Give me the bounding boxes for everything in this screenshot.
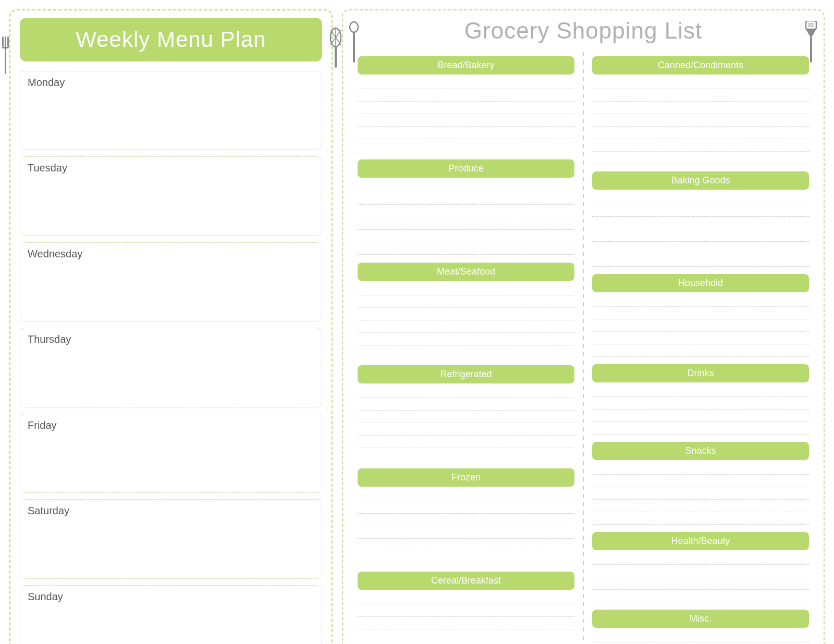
lines-health — [592, 553, 809, 603]
category-misc: Misc. — [592, 610, 809, 628]
grocery-line — [358, 78, 574, 89]
grocery-line — [358, 527, 574, 539]
svg-rect-2 — [7, 36, 9, 47]
svg-rect-5 — [335, 46, 337, 68]
grocery-line — [358, 618, 574, 629]
grocery-line — [592, 230, 809, 242]
grocery-line — [592, 193, 809, 204]
grocery-line — [358, 593, 574, 604]
day-label-wednesday: Wednesday — [28, 248, 82, 259]
lines-baking — [592, 193, 809, 268]
grocery-line — [358, 424, 574, 436]
grocery-line — [358, 387, 574, 398]
category-refrigerated: Refrigerated — [358, 365, 574, 383]
lines-drinks — [592, 386, 809, 436]
grocery-line — [592, 90, 809, 102]
grocery-line — [358, 115, 574, 127]
category-baking: Baking Goods — [592, 171, 809, 190]
menu-header: Weekly Menu Plan — [20, 18, 322, 61]
day-box-saturday: Saturday — [20, 499, 322, 578]
grocery-line — [592, 423, 809, 435]
grocery-line — [358, 284, 574, 295]
day-box-sunday: Sunday — [20, 585, 322, 644]
lines-canned — [592, 78, 809, 165]
day-label-friday: Friday — [28, 419, 57, 431]
day-box-monday: Monday — [20, 71, 322, 150]
category-cereal: Cereal/Breakfast — [358, 572, 574, 590]
lines-bread — [358, 78, 574, 153]
grocery-line — [592, 78, 809, 89]
grocery-line — [358, 502, 574, 514]
menu-plan-title: Weekly Menu Plan — [76, 27, 266, 52]
left-panel: Weekly Menu Plan Monday Tuesday Wednesda… — [9, 9, 333, 644]
whisk-icon-right — [328, 26, 343, 70]
grocery-line — [358, 309, 574, 320]
grocery-col-right: Canned/Condiments Baking Goods — [587, 52, 814, 644]
category-meat-seafood: Meat/Seafood — [358, 263, 574, 281]
grocery-line — [592, 398, 809, 410]
day-label-tuesday: Tuesday — [28, 162, 67, 174]
grocery-line — [358, 490, 574, 501]
grocery-line — [592, 463, 809, 475]
grocery-line — [358, 206, 574, 217]
grocery-line — [592, 386, 809, 397]
grocery-line — [592, 578, 809, 590]
day-box-friday: Friday — [20, 414, 322, 493]
grocery-line — [358, 334, 574, 345]
grocery-line — [592, 476, 809, 487]
grocery-line — [592, 488, 809, 500]
category-drinks: Drinks — [592, 364, 809, 382]
svg-rect-0 — [5, 36, 6, 52]
right-panel: Grocery Shopping List Bread/Bakery Produ… — [342, 9, 825, 644]
grocery-line — [592, 345, 809, 357]
svg-rect-3 — [2, 47, 9, 48]
category-bread-bakery: Bread/Bakery — [358, 56, 574, 75]
day-label-thursday: Thursday — [28, 333, 71, 345]
grocery-line — [358, 90, 574, 102]
lines-snacks — [592, 463, 809, 526]
grocery-line — [592, 153, 809, 164]
fork-icon-left — [0, 36, 14, 76]
grocery-line — [592, 243, 809, 254]
grocery-line — [592, 103, 809, 114]
lines-misc — [592, 631, 809, 644]
grocery-line — [358, 412, 574, 423]
grocery-line — [358, 437, 574, 448]
grocery-list-title: Grocery Shopping List — [464, 18, 702, 44]
day-label-saturday: Saturday — [28, 505, 69, 516]
grocery-line — [592, 128, 809, 139]
svg-rect-4 — [5, 52, 6, 74]
grocery-line — [358, 218, 574, 230]
grocery-line — [358, 399, 574, 411]
grocery-line — [592, 205, 809, 217]
grocery-line — [592, 295, 809, 307]
grocery-col-left: Bread/Bakery Produce Meat — [352, 52, 580, 644]
grocery-line — [592, 411, 809, 422]
column-divider — [583, 52, 584, 644]
category-produce: Produce — [358, 159, 574, 178]
grocery-line — [358, 128, 574, 139]
grocery-line — [592, 255, 809, 267]
grocery-line — [592, 553, 809, 565]
grocery-line — [592, 513, 809, 525]
grocery-line — [358, 540, 574, 551]
grocery-line — [358, 296, 574, 308]
svg-rect-1 — [2, 36, 4, 47]
grocery-line — [592, 308, 809, 319]
grocery-header: Grocery Shopping List — [352, 18, 814, 44]
category-health-beauty: Health/Beauty — [592, 532, 809, 550]
grocery-line — [358, 193, 574, 205]
day-label-monday: Monday — [28, 77, 65, 88]
lines-refrigerated — [358, 387, 574, 462]
grocery-line — [358, 243, 574, 255]
day-box-tuesday: Tuesday — [20, 156, 322, 236]
day-box-wednesday: Wednesday — [20, 242, 322, 321]
page-wrapper: Weekly Menu Plan Monday Tuesday Wednesda… — [0, 0, 834, 644]
grocery-line — [358, 231, 574, 242]
category-frozen: Frozen — [358, 468, 574, 487]
day-label-sunday: Sunday — [28, 591, 63, 602]
grocery-line — [592, 140, 809, 152]
grocery-line — [592, 566, 809, 577]
grocery-line — [358, 321, 574, 333]
grocery-line — [592, 631, 809, 642]
